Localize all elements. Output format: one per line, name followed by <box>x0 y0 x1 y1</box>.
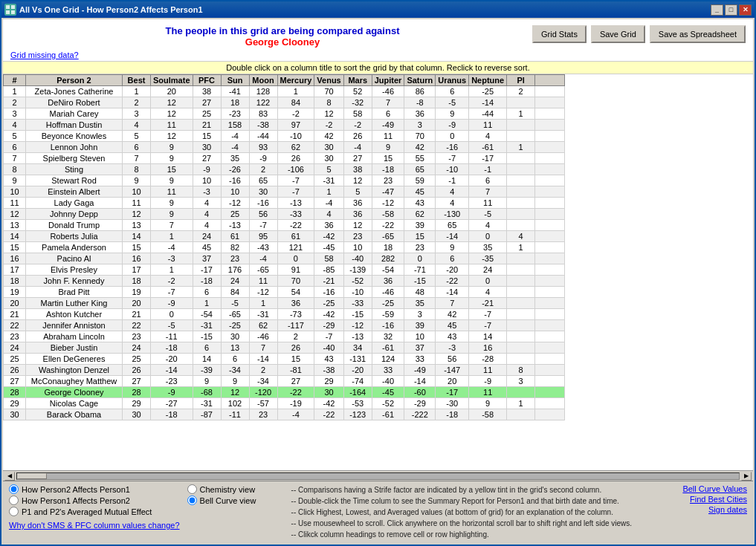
col-header-neptune[interactable]: Neptune <box>469 75 507 86</box>
col-header-jupiter[interactable]: Jupiter <box>372 75 404 86</box>
table-cell-scroll <box>535 86 565 97</box>
radio-bellcurve-input[interactable] <box>187 495 197 505</box>
table-cell: 10 <box>404 331 436 342</box>
table-cell: 11 <box>372 131 404 142</box>
horizontal-scrollbar[interactable]: ◀ ▶ <box>3 470 753 481</box>
grid-missing-link[interactable]: Grid missing data? <box>3 51 753 61</box>
table-cell <box>507 209 535 220</box>
bell-curve-values-link[interactable]: Bell Curve Values <box>658 484 747 493</box>
sign-dates-link[interactable]: Sign dates <box>658 505 747 514</box>
find-best-cities-link[interactable]: Find Best Cities <box>658 495 747 504</box>
col-header-uranus[interactable]: Uranus <box>436 75 469 86</box>
close-button[interactable]: ✕ <box>739 4 752 16</box>
table-cell: 28 <box>123 387 151 398</box>
table-cell: 128 <box>249 86 277 97</box>
table-cell-scroll <box>535 186 565 198</box>
radio-p2ap1-input[interactable] <box>9 484 19 494</box>
table-cell: -25 <box>469 86 507 97</box>
table-cell: 4 <box>436 198 469 209</box>
sms-pfc-link[interactable]: Why don't SMS & PFC column values change… <box>9 521 180 530</box>
table-cell: 70 <box>314 86 343 97</box>
maximize-button[interactable]: □ <box>725 4 737 16</box>
col-header-saturn[interactable]: Saturn <box>404 75 436 86</box>
table-cell: -21 <box>469 298 507 309</box>
table-cell: -31 <box>314 175 343 186</box>
table-cell-scroll <box>535 342 565 354</box>
table-cell: -39 <box>193 365 221 376</box>
table-cell <box>507 287 535 298</box>
table-cell: John F. Kennedy <box>26 276 123 287</box>
table-cell: 9 <box>436 242 469 253</box>
radio-averaged-mutual[interactable]: P1 and P2's Averaged Mutual Effect <box>9 507 180 516</box>
radio-p1ap2-input[interactable] <box>9 495 19 505</box>
scroll-track[interactable] <box>16 472 740 480</box>
table-cell: 10 <box>221 186 249 198</box>
table-cell: -7 <box>277 186 314 198</box>
table-row: 29Nicolas Cage29-27-31102-57-19-42-53-52… <box>4 398 565 409</box>
table-cell: 6 <box>123 142 151 153</box>
table-cell: 36 <box>404 108 436 120</box>
table-cell <box>507 320 535 331</box>
table-cell: 21 <box>123 309 151 320</box>
col-header-pl[interactable]: Pl <box>507 75 535 86</box>
col-header-sun[interactable]: Sun <box>221 75 249 86</box>
table-cell: 38 <box>343 164 372 175</box>
table-cell: 95 <box>249 231 277 242</box>
table-cell: 6 <box>193 287 221 298</box>
table-cell: -4 <box>343 142 372 153</box>
table-cell-scroll <box>535 231 565 242</box>
table-cell: -16 <box>249 198 277 209</box>
table-cell: 6 <box>372 108 404 120</box>
table-cell: 9 <box>469 398 507 409</box>
col-header-soulmate[interactable]: Soulmate <box>151 75 193 86</box>
radio-person1-affects-person2[interactable]: How Person1 Affects Person2 <box>9 495 180 505</box>
table-cell: 4 <box>123 120 151 131</box>
table-cell: 54 <box>277 287 314 298</box>
table-cell: 86 <box>404 86 436 97</box>
table-cell: 26 <box>4 365 26 376</box>
table-cell: -85 <box>314 264 343 276</box>
radio-person2-affects-person1[interactable]: How Person2 Affects Person1 <box>9 484 180 494</box>
table-cell: -14 <box>249 354 277 365</box>
table-cell: -59 <box>372 309 404 320</box>
table-cell: 7 <box>469 186 507 198</box>
table-cell: 4 <box>193 198 221 209</box>
table-cell: -1 <box>436 175 469 186</box>
save-spreadsheet-button[interactable]: Save as Spreadsheet <box>650 25 746 43</box>
table-cell: -130 <box>436 209 469 220</box>
radio-chemistry-view[interactable]: Chemistry view <box>187 484 284 494</box>
scroll-thumb[interactable] <box>17 473 47 479</box>
grid-stats-button[interactable]: Grid Stats <box>532 25 587 43</box>
grid-scroll[interactable]: # Person 2 Best Soulmate PFC Sun Moon Me… <box>3 74 753 470</box>
table-cell: 6 <box>436 86 469 97</box>
table-cell: 48 <box>404 287 436 298</box>
title-bar: All Vs One Grid - How Person2 Affects Pe… <box>1 1 755 18</box>
table-cell: 29 <box>314 376 343 387</box>
col-header-mercury[interactable]: Mercury <box>277 75 314 86</box>
table-cell: -18 <box>193 276 221 287</box>
radio-chemistry-input[interactable] <box>187 484 197 494</box>
col-header-person2[interactable]: Person 2 <box>26 75 123 86</box>
radio-avg-input[interactable] <box>9 507 19 516</box>
table-cell: 43 <box>314 354 343 365</box>
table-row: 6Lennon John6930-4936230-4942-16-611 <box>4 142 565 153</box>
save-grid-button[interactable]: Save Grid <box>591 25 645 43</box>
radio-bell-curve-view[interactable]: Bell Curve view <box>187 495 284 505</box>
svg-rect-1 <box>6 5 10 9</box>
minimize-button[interactable]: _ <box>711 4 723 16</box>
scroll-right-button[interactable]: ▶ <box>741 472 752 481</box>
col-header-rank[interactable]: # <box>4 75 26 86</box>
table-cell: -5 <box>469 209 507 220</box>
table-cell: 122 <box>249 97 277 108</box>
scroll-left-button[interactable]: ◀ <box>4 472 15 481</box>
content-area: The people in this grid are being compar… <box>3 19 753 543</box>
col-header-mars[interactable]: Mars <box>343 75 372 86</box>
col-header-pfc[interactable]: PFC <box>193 75 221 86</box>
col-header-moon[interactable]: Moon <box>249 75 277 86</box>
col-header-best[interactable]: Best <box>123 75 151 86</box>
table-cell: 3 <box>507 376 535 387</box>
table-row: 28George Clooney28-9-6812-120-2230-164-4… <box>4 387 565 398</box>
col-header-venus[interactable]: Venus <box>314 75 343 86</box>
table-cell-scroll <box>535 108 565 120</box>
table-cell: 61 <box>221 231 249 242</box>
